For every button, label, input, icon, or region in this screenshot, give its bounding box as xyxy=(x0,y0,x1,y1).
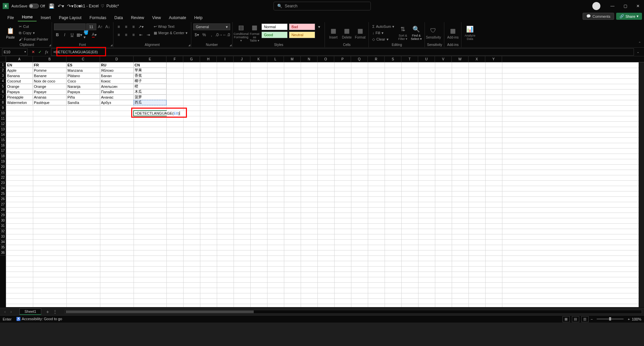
cell-C7[interactable]: Piña xyxy=(66,95,100,100)
column-header-J[interactable]: J xyxy=(234,56,250,62)
align-left-icon[interactable]: ≡ xyxy=(115,32,122,38)
row-header-22[interactable]: 22 xyxy=(0,175,6,180)
cell-C1[interactable]: ES xyxy=(66,62,100,68)
inc-decimal-icon[interactable]: .0→ xyxy=(215,32,222,38)
row-header-15[interactable]: 15 xyxy=(0,137,6,143)
find-select-button[interactable]: 🔍Find &Select ▾ xyxy=(410,23,423,42)
row-header-18[interactable]: 18 xyxy=(0,154,6,159)
row-header-36[interactable]: 36 xyxy=(0,250,6,255)
tab-automate[interactable]: Automate xyxy=(165,14,190,21)
redo-icon[interactable]: ↷▾ xyxy=(66,2,74,10)
currency-icon[interactable]: $▾ xyxy=(193,32,200,38)
borders-button[interactable]: ▦▾ xyxy=(76,32,83,38)
row-header-17[interactable]: 17 xyxy=(0,148,6,154)
font-dialog-icon[interactable]: ◢ xyxy=(110,44,112,47)
column-header-S[interactable]: S xyxy=(385,56,401,62)
vertical-scrollbar[interactable] xyxy=(639,62,644,307)
column-header-P[interactable]: P xyxy=(334,56,351,62)
cell-E1[interactable]: CN xyxy=(134,62,166,68)
column-header-N[interactable]: N xyxy=(301,56,317,62)
status-accessibility[interactable]: ♿ Accessibility: Good to go xyxy=(16,317,62,321)
row-header-25[interactable]: 25 xyxy=(0,191,6,196)
style-normal[interactable]: Normal xyxy=(261,23,288,30)
underline-button[interactable]: U xyxy=(69,32,76,38)
normal-view-icon[interactable]: ▦ xyxy=(562,316,570,322)
column-header-D[interactable]: D xyxy=(100,56,134,62)
align-right-icon[interactable]: ≡ xyxy=(130,32,137,38)
column-header-R[interactable]: R xyxy=(368,56,385,62)
column-header-T[interactable]: T xyxy=(401,56,418,62)
insert-cells-button[interactable]: ▦Insert xyxy=(327,23,340,42)
clipboard-dialog-icon[interactable]: ◢ xyxy=(49,44,51,47)
row-header-28[interactable]: 28 xyxy=(0,207,6,213)
increase-font-icon[interactable]: A↑ xyxy=(97,23,104,30)
decrease-font-icon[interactable]: A↓ xyxy=(104,23,111,30)
style-neutral[interactable]: Neutral xyxy=(289,32,315,38)
row-header-13[interactable]: 13 xyxy=(0,127,6,132)
tab-help[interactable]: Help xyxy=(190,14,207,21)
sensitivity-tag-icon[interactable]: ♡ xyxy=(101,4,104,8)
analyze-data-button[interactable]: 📊AnalyzeData xyxy=(463,23,476,42)
tab-formulas[interactable]: Formulas xyxy=(86,14,110,21)
sheet-tab-sheet1[interactable]: Sheet1 xyxy=(19,308,41,315)
row-header-34[interactable]: 34 xyxy=(0,239,6,245)
tab-view[interactable]: View xyxy=(148,14,165,21)
format-painter-button[interactable]: 🖌Format Painter xyxy=(17,36,50,42)
autosave-toggle[interactable]: AutoSave Off xyxy=(11,4,45,8)
row-header-26[interactable]: 26 xyxy=(0,196,6,202)
autosum-button[interactable]: ΣAutoSum▾ xyxy=(371,23,396,30)
align-middle-icon[interactable]: ≡ xyxy=(123,23,130,30)
row-header-29[interactable]: 29 xyxy=(0,213,6,218)
row-header-7[interactable]: 7 xyxy=(0,95,6,100)
cell-D5[interactable]: Апельсин xyxy=(100,84,134,89)
copy-button[interactable]: ⧉Copy▾ xyxy=(17,30,50,36)
column-header-A[interactable]: A xyxy=(6,56,33,62)
page-break-view-icon[interactable]: ▥ xyxy=(581,316,589,322)
number-dialog-icon[interactable]: ◢ xyxy=(230,44,232,47)
row-header-19[interactable]: 19 xyxy=(0,159,6,164)
expand-formula-bar-icon[interactable]: ⌄ xyxy=(637,50,643,54)
cell-A7[interactable]: Pineapple xyxy=(6,95,33,100)
zoom-slider[interactable] xyxy=(597,319,624,320)
orientation-icon[interactable]: ↗▾ xyxy=(138,23,144,30)
cell-B8[interactable]: Pastèque xyxy=(33,100,66,105)
close-button[interactable]: ✕ xyxy=(632,1,644,11)
cell-A3[interactable]: Banana xyxy=(6,73,33,78)
column-header-C[interactable]: C xyxy=(66,56,100,62)
column-header-E[interactable]: E xyxy=(134,56,166,62)
cell-C8[interactable]: Sandía xyxy=(66,100,100,105)
tab-insert[interactable]: Insert xyxy=(37,14,55,21)
row-header-14[interactable]: 14 xyxy=(0,132,6,137)
row-header-16[interactable]: 16 xyxy=(0,143,6,148)
maximize-button[interactable]: ▢ xyxy=(619,1,631,11)
align-top-icon[interactable]: ≡ xyxy=(115,23,122,30)
cell-B2[interactable]: Pomme xyxy=(33,68,66,73)
column-header-L[interactable]: L xyxy=(267,56,284,62)
format-cells-button[interactable]: ▦Format xyxy=(354,23,366,42)
cell-B5[interactable]: Orange xyxy=(33,84,66,89)
cell-E6[interactable]: 木瓜 xyxy=(134,89,166,95)
percent-icon[interactable]: % xyxy=(201,32,207,38)
column-header-O[interactable]: O xyxy=(317,56,334,62)
cell-C2[interactable]: Manzana xyxy=(66,68,100,73)
cell-A1[interactable]: EN xyxy=(6,62,33,68)
user-avatar[interactable] xyxy=(592,2,600,10)
worksheet-grid[interactable]: ENFRESRUCNApplePommeManzanaЯблоко苹果Banan… xyxy=(6,62,639,307)
column-header-I[interactable]: I xyxy=(217,56,234,62)
comma-icon[interactable]: , xyxy=(208,32,215,38)
cell-A6[interactable]: Papaya xyxy=(6,89,33,95)
cell-D7[interactable]: Ананас xyxy=(100,95,134,100)
cell-B1[interactable]: FR xyxy=(33,62,66,68)
font-name-input[interactable] xyxy=(54,23,86,30)
style-good[interactable]: Good xyxy=(261,32,288,38)
row-header-4[interactable]: 4 xyxy=(0,78,6,84)
style-bad[interactable]: Bad xyxy=(289,23,315,30)
column-header-F[interactable]: F xyxy=(166,56,183,62)
column-header-U[interactable]: U xyxy=(418,56,435,62)
align-center-icon[interactable]: ≡ xyxy=(123,32,130,38)
column-header-B[interactable]: B xyxy=(33,56,66,62)
save-icon[interactable]: 💾 xyxy=(48,2,55,10)
column-header-W[interactable]: W xyxy=(452,56,468,62)
cell-B3[interactable]: Banane xyxy=(33,73,66,78)
sheet-nav-prev-icon[interactable]: ‹ xyxy=(2,309,8,315)
